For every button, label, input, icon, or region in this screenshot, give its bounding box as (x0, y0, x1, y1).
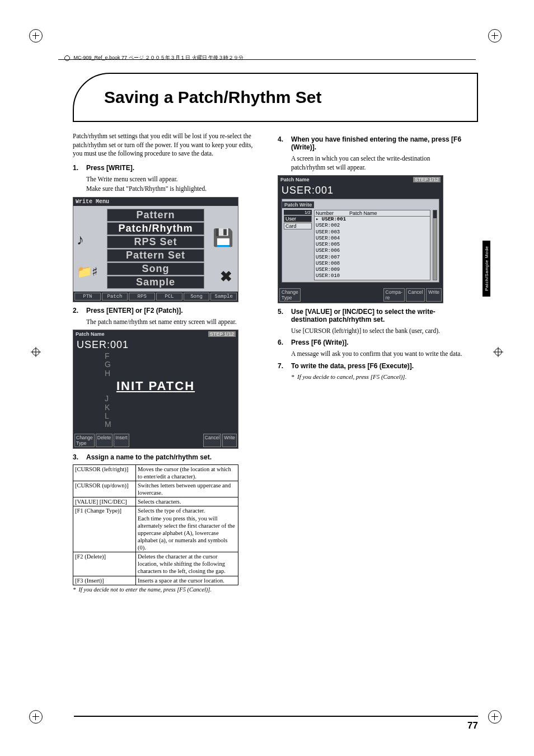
lcd-step: STEP 1/12 (208, 331, 236, 337)
menu-item: Sample (107, 276, 204, 289)
step-label: When you have finished entering the name… (291, 135, 463, 151)
step-num: 6. (278, 339, 285, 346)
step-sub: A screen in which you can select the wri… (291, 154, 463, 172)
list-item: USER:002 (315, 223, 430, 229)
step-1: 1. Press [WRITE]. (73, 164, 259, 172)
crop-mark-icon (488, 710, 505, 727)
step-num: 1. (73, 164, 81, 172)
list-item: USER:004 (315, 236, 430, 242)
list-item: USER:005 (315, 242, 430, 248)
fkey: Cancel (406, 288, 425, 302)
step-sub: The Write menu screen will appear. (86, 175, 259, 184)
step-4: 4. When you have finished entering the n… (278, 135, 463, 151)
patch-name-lcd: Patch Name STEP 1/12 USER:001 F G H INIT… (73, 330, 238, 449)
step-num: 2. (73, 307, 81, 314)
registration-mark-icon (493, 347, 503, 357)
step-num: 5. (278, 308, 285, 323)
step-3: 3. Assign a name to the patch/rhythm set… (73, 453, 259, 461)
fkey: Change Type (279, 288, 301, 302)
fkey: Change Type (74, 434, 95, 447)
step-label: To write the data, press [F6 (Execute)]. (291, 362, 414, 370)
x-icon: ✖ (220, 268, 232, 285)
step-label: Use [VALUE] or [INC/DEC] to select the w… (291, 308, 463, 323)
table-row: [CURSOR (up/down)]Switches letters betwe… (73, 481, 238, 497)
fkey: RPS (129, 293, 155, 300)
step-label: Press [F6 (Write)]. (291, 339, 348, 346)
bank-item: User (284, 215, 312, 222)
menu-item: RPS Set (107, 236, 204, 248)
table-row: [CURSOR (left/right)]Moves the cursor (t… (73, 464, 238, 481)
footer-rule (74, 716, 478, 717)
list-item: USER:001 (315, 217, 430, 223)
step-7: 7. To write the data, press [F6 (Execute… (278, 362, 463, 370)
step-num: 4. (278, 135, 285, 151)
menu-item: Song (107, 262, 204, 275)
bank-item: Card (284, 223, 312, 229)
patch-write-lcd: Patch Name STEP 1/12 USER:001 Patch Writ… (278, 175, 443, 303)
col-name: Patch Name (349, 210, 377, 216)
header-rule (58, 59, 476, 60)
table-footnote: * If you decide not to enter the name, p… (73, 586, 259, 593)
fkey: Write (222, 434, 237, 447)
lcd-title: Patch Name (280, 177, 310, 182)
intro-text: Patch/rhythm set settings that you edit … (73, 132, 259, 158)
fkey: Song (184, 293, 210, 300)
bank-page: 1/2 (284, 210, 312, 215)
step-6: 6. Press [F6 (Write)]. (278, 339, 463, 346)
menu-item: Pattern (107, 209, 204, 222)
controls-table: [CURSOR (left/right)]Moves the cursor (t… (73, 464, 238, 585)
table-row: [F1 (Change Type)]Selects the type of ch… (73, 506, 238, 552)
step-sub: The patch name/rhythm set name entry scr… (86, 318, 259, 327)
char-wheel-upper: F G H (105, 352, 235, 378)
col-number: Number (316, 210, 349, 216)
lcd-step: STEP 1/12 (413, 177, 441, 182)
fkey: PCL (156, 293, 182, 300)
page-title-box: Saving a Patch/Rhythm Set (73, 73, 478, 122)
list-item: USER:006 (315, 248, 430, 254)
menu-item: Pattern Set (107, 249, 204, 262)
print-header: MC-909_Ref_e.book 77 ページ ２００５年３月１日 火曜日 午… (64, 54, 243, 62)
registration-mark-icon (31, 347, 41, 357)
list-item: USER:007 (315, 255, 430, 261)
step-sub: A message will ask you to confirm that y… (291, 350, 463, 359)
lcd-user: USER:001 (77, 339, 129, 351)
step-label: Press [ENTER] or [F2 (Patch)]. (86, 307, 183, 314)
patch-name-value: INIT PATCH (77, 379, 235, 393)
step-sub: Make sure that "Patch/Rhythm" is highlig… (86, 185, 259, 194)
lcd-title: Write Menu (73, 198, 238, 206)
panel-title: Patch Write (282, 201, 314, 208)
note-icon: ♪ (77, 231, 84, 248)
table-row: [F2 (Delete)]Deletes the character at th… (73, 552, 238, 576)
fkey: Delete (96, 434, 113, 447)
step-label: Press [WRITE]. (86, 164, 134, 172)
step-5: 5. Use [VALUE] or [INC/DEC] to select th… (278, 308, 463, 323)
fkey: PTN (74, 293, 101, 300)
char-wheel-lower: J K L M (105, 395, 235, 429)
step-num: 7. (278, 362, 285, 370)
fkey: Insert (114, 434, 129, 447)
menu-item-selected: Patch/Rhythm (107, 222, 204, 235)
list-item: USER:003 (315, 229, 430, 236)
crop-mark-icon (29, 29, 46, 46)
floppy-icon: 💾 (213, 228, 233, 247)
folder-icon: 📁♯ (77, 265, 98, 279)
step-num: 3. (73, 453, 81, 461)
write-menu-lcd: Write Menu ♪ 📁♯ 💾 ✖ Pattern Patch/Rhythm… (73, 197, 238, 302)
step-sub: Use [CURSOR (left/right)] to select the … (291, 327, 463, 336)
page-title: Saving a Patch/Rhythm Set (104, 88, 321, 107)
step-label: Assign a name to the patch/rhythm set. (86, 453, 212, 461)
section-tab: Patch/Sample Mode (483, 241, 490, 297)
table-row: [VALUE] [INC/DEC]Selects characters. (73, 497, 238, 506)
fkey: Sample (210, 293, 237, 300)
lcd-title: Patch Name (76, 331, 105, 337)
fkey: Cancel (203, 434, 221, 447)
fkey: Compa- re (383, 288, 405, 302)
crop-mark-icon (488, 29, 505, 46)
table-row: [F3 (Insert)]Inserts a space at the curs… (73, 576, 238, 585)
list-item: USER:008 (315, 261, 430, 267)
list-item: USER:009 (315, 267, 430, 273)
cancel-note: * If you decide to cancel, press [F5 (Ca… (291, 373, 463, 380)
fkey: Patch (102, 293, 128, 300)
list-item: USER:010 (315, 273, 430, 279)
step-2: 2. Press [ENTER] or [F2 (Patch)]. (73, 307, 259, 314)
